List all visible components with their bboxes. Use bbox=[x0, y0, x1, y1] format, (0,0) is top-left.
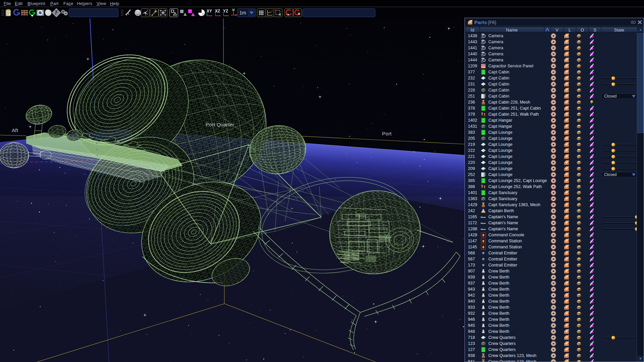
svg-text:XY: XY bbox=[207, 9, 212, 13]
svg-text:Port: Port bbox=[382, 131, 392, 136]
svg-text:Aft: Aft bbox=[12, 127, 18, 133]
svg-text:Port Quarter: Port Quarter bbox=[206, 122, 234, 127]
svg-text:YZ: YZ bbox=[223, 9, 228, 13]
svg-text:XZ: XZ bbox=[215, 9, 220, 13]
